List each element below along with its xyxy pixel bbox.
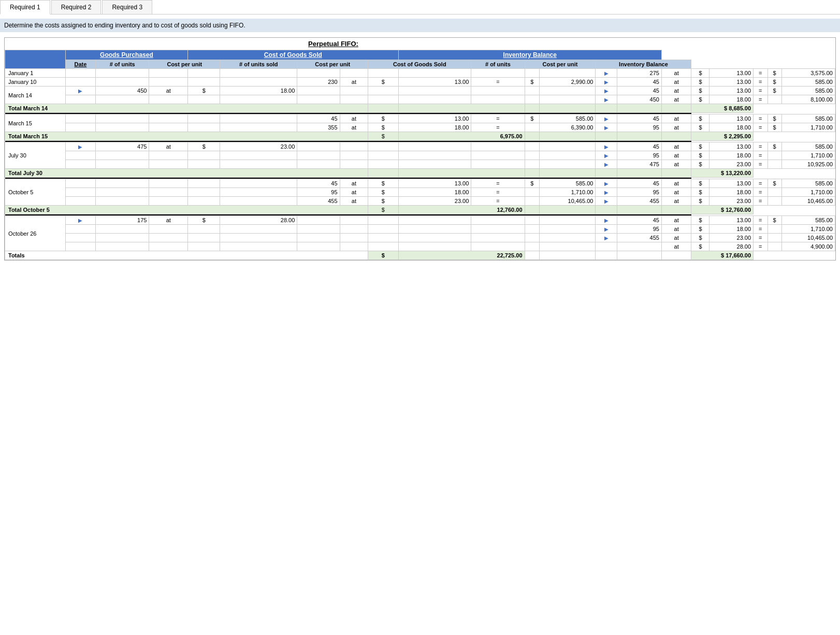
table-cell xyxy=(539,242,596,251)
table-cell xyxy=(525,151,539,160)
subheader-cogs-units: # of units sold xyxy=(220,60,297,69)
table-cell xyxy=(525,251,539,260)
table-cell xyxy=(539,169,596,178)
table-cell xyxy=(96,160,149,169)
table-cell xyxy=(471,160,525,169)
table-cell: $ xyxy=(368,251,398,260)
table-cell: 10,465.00 xyxy=(781,197,835,206)
table-cell: at xyxy=(661,86,691,95)
arrow-cell xyxy=(65,188,96,197)
table-cell: $ xyxy=(767,216,781,225)
table-cell: 18.00 xyxy=(709,123,754,132)
table-cell: at xyxy=(661,225,691,234)
table-cell: 450 xyxy=(96,86,149,95)
tab-required3[interactable]: Required 3 xyxy=(102,0,152,14)
arrow-cell xyxy=(65,197,96,206)
table-cell: 13.00 xyxy=(398,114,471,123)
fifo-table: Perpetual FIFO: Goods Purchased Cost of … xyxy=(5,38,835,260)
arrow-cell: ▶ xyxy=(596,197,617,206)
table-cell: 1,710.00 xyxy=(781,225,835,234)
table-cell xyxy=(539,234,596,242)
table-cell: 95 xyxy=(297,188,340,197)
table-cell xyxy=(368,169,398,178)
table-cell xyxy=(398,86,471,95)
table-cell: 450 xyxy=(617,95,661,104)
table-cell: 1,710.00 xyxy=(539,188,596,197)
table-cell: 475 xyxy=(96,142,149,151)
table-cell xyxy=(220,234,297,242)
table-cell xyxy=(398,242,471,251)
table-cell xyxy=(96,188,149,197)
arrow-cell xyxy=(65,78,96,86)
table-cell: = xyxy=(754,69,768,78)
table-cell xyxy=(398,216,471,225)
arrow-cell: ▶ xyxy=(596,234,617,242)
table-cell: 10,465.00 xyxy=(539,197,596,206)
table-cell xyxy=(149,234,188,242)
arrow-cell: ▶ xyxy=(596,151,617,160)
table-cell xyxy=(96,197,149,206)
table-cell: at xyxy=(661,234,691,242)
arrow-cell xyxy=(65,179,96,188)
table-cell xyxy=(297,234,340,242)
table-cell: $ xyxy=(767,78,781,86)
table-cell xyxy=(297,142,340,151)
table-cell: 95 xyxy=(617,188,661,197)
arrow-cell: ▶ xyxy=(65,216,96,225)
table-cell: $ xyxy=(368,188,398,197)
table-cell: 23.00 xyxy=(709,160,754,169)
table-cell: 3,575.00 xyxy=(781,69,835,78)
table-cell: 10,465.00 xyxy=(781,234,835,242)
date-cell: January 1 xyxy=(5,69,66,78)
table-cell: 18.00 xyxy=(709,225,754,234)
table-cell xyxy=(539,160,596,169)
table-cell xyxy=(220,69,297,78)
table-cell xyxy=(149,69,188,78)
date-cell: July 30 xyxy=(5,142,66,169)
table-cell: = xyxy=(754,123,768,132)
table-cell xyxy=(525,188,539,197)
table-cell xyxy=(539,216,596,225)
table-cell xyxy=(525,132,539,141)
table-cell xyxy=(220,95,297,104)
table-cell: 13.00 xyxy=(398,179,471,188)
table-cell: 8,100.00 xyxy=(781,95,835,104)
arrow-cell: ▶ xyxy=(596,142,617,151)
table-cell xyxy=(368,151,398,160)
table-cell: $ xyxy=(691,225,709,234)
table-cell xyxy=(398,160,471,169)
table-cell: $ xyxy=(188,86,220,95)
table-cell: = xyxy=(754,95,768,104)
table-cell xyxy=(368,86,398,95)
table-cell xyxy=(525,160,539,169)
tabs-container: Required 1 Required 2 Required 3 xyxy=(0,0,840,15)
table-cell xyxy=(149,123,188,132)
table-cell: 18.00 xyxy=(709,188,754,197)
table-cell xyxy=(340,69,368,78)
table-cell xyxy=(596,251,617,260)
table-cell xyxy=(297,69,340,78)
table-cell: = xyxy=(754,160,768,169)
table-cell xyxy=(340,242,368,251)
tab-required2[interactable]: Required 2 xyxy=(51,0,102,14)
table-cell: $ xyxy=(368,197,398,206)
table-cell: 1,710.00 xyxy=(781,188,835,197)
table-cell: at xyxy=(661,142,691,151)
table-cell xyxy=(471,86,525,95)
table-cell: $ xyxy=(691,78,709,86)
table-cell: $ xyxy=(691,160,709,169)
table-row: 355at$18.00=6,390.00▶95at$18.00=$1,710.0… xyxy=(5,123,835,132)
table-cell xyxy=(96,234,149,242)
table-cell: at xyxy=(661,78,691,86)
table-cell xyxy=(96,114,149,123)
table-cell xyxy=(96,151,149,160)
subheader-ib-cost: Cost per unit xyxy=(525,60,596,69)
table-cell xyxy=(368,160,398,169)
table-cell: 23.00 xyxy=(709,234,754,242)
table-cell: = xyxy=(471,78,525,86)
date-cell: March 14 xyxy=(5,86,66,104)
table-cell: $ xyxy=(691,123,709,132)
table-cell xyxy=(220,151,297,160)
table-cell: at xyxy=(340,114,368,123)
tab-required1[interactable]: Required 1 xyxy=(0,0,50,15)
